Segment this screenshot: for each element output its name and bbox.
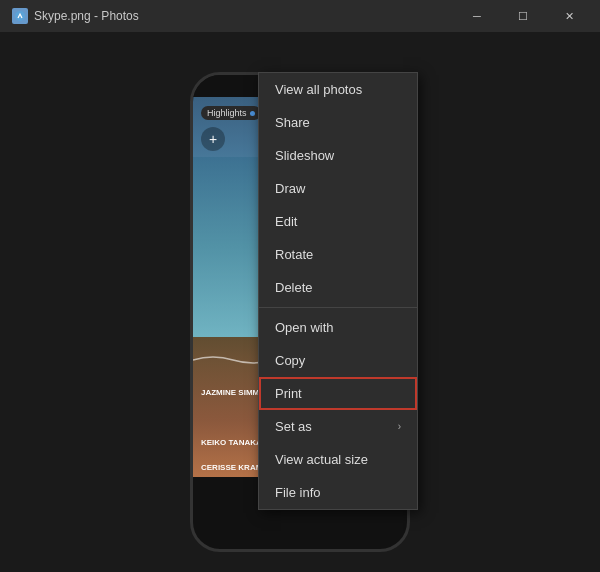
highlights-badge: Highlights [201,106,261,120]
highlights-dot [250,111,255,116]
title-bar: Skype.png - Photos ─ ☐ ✕ [0,0,600,32]
name2-label: KEIKO TANAKA [201,438,262,447]
menu-item-set-as[interactable]: Set as › [259,410,417,443]
menu-item-draw[interactable]: Draw [259,172,417,205]
minimize-button[interactable]: ─ [454,0,500,32]
context-menu: View all photos Share Slideshow Draw Edi… [258,72,418,510]
main-area: 22:17 Highlights 👤 + [0,32,600,572]
svg-point-0 [15,11,25,21]
menu-item-slideshow[interactable]: Slideshow [259,139,417,172]
menu-item-file-info[interactable]: File info [259,476,417,509]
menu-item-view-actual-size[interactable]: View actual size [259,443,417,476]
maximize-button[interactable]: ☐ [500,0,546,32]
window-title: Skype.png - Photos [34,9,139,23]
menu-item-edit[interactable]: Edit [259,205,417,238]
window-controls: ─ ☐ ✕ [454,0,592,32]
app-icon [12,8,28,24]
menu-item-print[interactable]: Print [259,377,417,410]
menu-item-copy[interactable]: Copy [259,344,417,377]
menu-item-open-with[interactable]: Open with [259,311,417,344]
title-bar-left: Skype.png - Photos [12,8,139,24]
menu-separator [259,307,417,308]
set-as-arrow: › [398,421,401,432]
menu-item-share[interactable]: Share [259,106,417,139]
close-button[interactable]: ✕ [546,0,592,32]
menu-item-view-all-photos[interactable]: View all photos [259,73,417,106]
menu-item-rotate[interactable]: Rotate [259,238,417,271]
menu-item-delete[interactable]: Delete [259,271,417,304]
add-button[interactable]: + [201,127,225,151]
